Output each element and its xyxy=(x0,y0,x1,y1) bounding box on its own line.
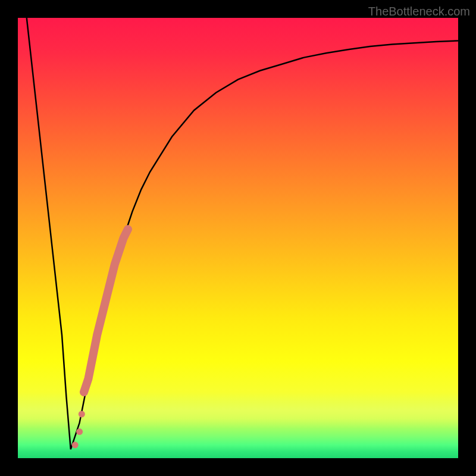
bottleneck-curve-line xyxy=(27,18,458,449)
main-curve xyxy=(27,18,458,449)
highlight-dot xyxy=(79,411,85,418)
chart-area xyxy=(18,18,458,458)
highlight-dot xyxy=(76,428,83,435)
highlight-dot xyxy=(72,441,79,448)
curve-svg xyxy=(18,18,458,458)
highlight-segment xyxy=(84,229,128,392)
watermark-text: TheBottleneck.com xyxy=(368,5,470,18)
highlight-dots xyxy=(72,411,85,449)
highlight-line xyxy=(84,229,128,392)
